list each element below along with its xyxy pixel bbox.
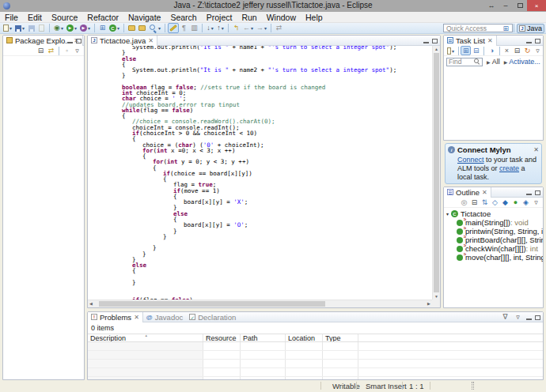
link-with-editor-button[interactable]: ⇄ <box>274 23 284 33</box>
code-line[interactable]: } <box>88 205 432 210</box>
scrollbar-thumb[interactable] <box>434 53 439 292</box>
code-line[interactable]: { <box>88 153 432 159</box>
scrollbar-thumb[interactable] <box>99 301 325 307</box>
minimize-button[interactable] <box>526 318 532 320</box>
scroll-right-icon[interactable]: ▶ <box>426 300 432 307</box>
code-line[interactable]: { <box>88 217 432 222</box>
code-line[interactable]: } <box>88 50 432 55</box>
delete-task-button[interactable]: × <box>502 46 512 55</box>
new-java-project-button[interactable]: ⊞ <box>97 23 108 33</box>
minimize-button[interactable] <box>423 42 429 43</box>
vertical-scrollbar[interactable]: ▲ ▼ <box>432 46 440 300</box>
open-type-button[interactable] <box>137 23 147 33</box>
resize-indicator-icon[interactable]: ↔ <box>484 0 499 11</box>
view-menu-button[interactable]: ▿ <box>533 46 543 55</box>
restore-button[interactable] <box>513 0 527 11</box>
focus-on-task-button[interactable]: ◦ <box>62 46 72 55</box>
code-line[interactable]: for(int x =0; x < 3; x ++) <box>88 148 432 153</box>
maximize-button[interactable] <box>432 39 438 43</box>
code-line[interactable] <box>88 285 432 291</box>
table-row[interactable] <box>88 368 543 377</box>
table-row[interactable] <box>88 351 543 360</box>
filter-button[interactable]: ∇ <box>500 312 510 322</box>
code-line[interactable]: { <box>88 176 432 182</box>
maximize-button[interactable] <box>535 190 540 195</box>
tab-problems[interactable]: ! Problems ✕ <box>88 312 143 322</box>
filter-all-link[interactable]: All <box>492 58 500 66</box>
categorized-button[interactable]: ⊞ <box>461 46 471 55</box>
tab-javadoc[interactable]: @ Javadoc <box>143 312 186 322</box>
code-line[interactable]: } <box>88 245 432 251</box>
menu-file[interactable]: File <box>0 13 23 22</box>
expand-arrow-icon[interactable]: ▾ <box>444 211 451 217</box>
code-line[interactable]: choice = (char) ('0' + choiceInt); <box>88 142 432 148</box>
collapse-all-button[interactable]: ⊟ <box>469 198 480 207</box>
outline-method-item[interactable]: main(String[]) : void <box>444 218 543 227</box>
column-header-path[interactable]: Path <box>241 334 286 341</box>
maximize-button[interactable] <box>535 315 540 320</box>
code-line[interactable]: { <box>88 268 432 273</box>
column-header-location[interactable]: Location <box>286 334 323 341</box>
maximize-button[interactable] <box>76 39 82 43</box>
scroll-down-icon[interactable]: ▼ <box>433 293 440 300</box>
sort-button[interactable]: ⇅ <box>480 198 490 207</box>
collapse-all-button[interactable]: ⊟ <box>512 46 522 55</box>
close-icon[interactable]: ✕ <box>482 189 487 196</box>
next-annotation-button[interactable]: ↓▾ <box>205 23 215 33</box>
show-whitespace-button[interactable]: ¶ <box>179 23 189 33</box>
menu-refactor[interactable]: Refactor <box>82 13 123 22</box>
close-icon[interactable]: ✕ <box>148 37 154 44</box>
code-line[interactable]: } <box>88 280 432 285</box>
minimize-button[interactable] <box>526 42 532 43</box>
code-line[interactable]: System.out.println("It is " + name2 + "'… <box>88 67 432 73</box>
code-line[interactable]: System.out.println("It is " + name1 + "'… <box>88 46 432 50</box>
view-menu-button[interactable]: ▿ <box>531 198 541 207</box>
view-menu-button[interactable]: ▿ <box>513 312 523 322</box>
code-line[interactable] <box>88 274 432 280</box>
run-button[interactable]: ▶▾ <box>65 23 78 33</box>
code-line[interactable] <box>88 239 432 245</box>
code-editor[interactable]: System.out.println("It is " + name1 + "'… <box>88 46 432 300</box>
hide-fields-button[interactable]: ◇ <box>490 198 500 207</box>
menu-navigate[interactable]: Navigate <box>123 13 165 22</box>
menu-help[interactable]: Help <box>301 13 328 22</box>
column-header-description[interactable]: Description▴ <box>88 334 203 341</box>
menu-search[interactable]: Search <box>165 13 201 22</box>
hide-static-members-button[interactable]: ◆ <box>500 198 510 207</box>
forward-button[interactable]: →▾ <box>255 23 268 33</box>
menu-project[interactable]: Project <box>202 13 237 22</box>
column-header-resource[interactable]: Resource <box>203 334 241 341</box>
open-task-button[interactable] <box>127 23 137 33</box>
close-button[interactable]: × <box>527 0 546 11</box>
java-perspective-button[interactable]: J Java <box>517 24 544 33</box>
column-header-type[interactable]: Type <box>323 334 358 341</box>
code-line[interactable]: } <box>88 234 432 239</box>
menu-source[interactable]: Source <box>47 13 82 22</box>
menu-window[interactable]: Window <box>262 13 301 22</box>
open-perspective-button[interactable]: ⊞ <box>500 24 511 33</box>
minimize-button[interactable] <box>526 194 532 195</box>
code-line[interactable]: { <box>88 165 432 171</box>
close-icon[interactable]: ✕ <box>533 146 539 153</box>
tab-tictactoe-java[interactable]: J Tictactoe.java ✕ <box>88 36 157 46</box>
mylyn-link[interactable]: Connect <box>457 156 484 164</box>
previous-annotation-button[interactable]: ↑▾ <box>215 23 226 33</box>
table-row[interactable] <box>88 342 543 351</box>
find-input[interactable]: Find <box>446 58 483 66</box>
hide-non-public-button[interactable]: ● <box>510 198 521 207</box>
view-menu-button[interactable]: ▿ <box>72 46 82 55</box>
new-task-button[interactable]: ▾ <box>446 46 456 55</box>
scroll-up-icon[interactable]: ▲ <box>433 46 440 52</box>
code-line[interactable]: } <box>88 251 432 257</box>
code-line[interactable]: } <box>88 73 432 78</box>
scroll-left-icon[interactable]: ◀ <box>88 300 94 307</box>
last-edit-location-button[interactable]: ↰ <box>231 23 241 33</box>
code-line[interactable]: else <box>88 262 432 268</box>
hide-local-types-button[interactable]: ◈ <box>521 198 531 207</box>
menu-edit[interactable]: Edit <box>23 13 47 22</box>
outline-method-item[interactable]: move(char[][], int, String, Strin <box>444 253 543 262</box>
back-button[interactable]: ←▾ <box>241 23 255 33</box>
code-line[interactable]: else <box>88 56 432 62</box>
activate-link[interactable]: Activate... <box>509 58 540 66</box>
new-wizard-button[interactable]: ▾ <box>2 23 13 33</box>
